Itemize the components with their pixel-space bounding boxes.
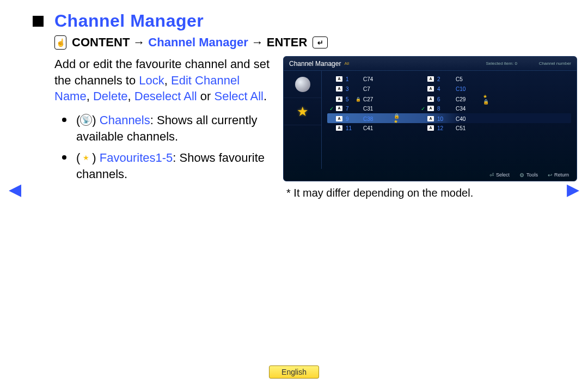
footer-return[interactable]: ↩Return [548, 172, 569, 178]
select-icon: ⏎ [489, 172, 494, 178]
channel-num: 9 [344, 116, 356, 122]
description: Add or edit the favourite channel and se… [54, 56, 272, 105]
channel-name: C34 [456, 106, 483, 112]
a-badge: A [336, 86, 342, 92]
language-badge: English [269, 365, 319, 379]
tv-header: Channel Manager All Selected item: 0 Cha… [284, 57, 577, 71]
row-star-icon: ★🔒 [483, 94, 492, 105]
a-badge: A [427, 116, 434, 121]
channel-name: C5 [456, 76, 483, 82]
a-badge: A [427, 125, 434, 131]
selected-count: Selected item: 0 [486, 61, 517, 66]
channel-name: C74 [363, 76, 394, 82]
channel-name: C10 [456, 86, 483, 92]
channel-row[interactable]: A5🔒C27A6C29★🔒 [327, 94, 571, 103]
model-note: * It may differ depending on the model. [286, 187, 577, 199]
channel-num: 5 [344, 96, 356, 102]
row-star-icon: 🔒★ [394, 113, 402, 124]
channel-name: C29 [456, 96, 483, 102]
breadcrumb-enter: ENTER [267, 35, 308, 50]
nav-prev[interactable]: ◀ [9, 180, 21, 199]
a-badge: A [336, 76, 342, 82]
channel-name: C40 [456, 116, 483, 122]
channel-num: 4 [435, 86, 448, 92]
return-icon: ↩ [548, 172, 552, 178]
a-badge: A [427, 86, 434, 92]
hand-icon: ☝ [54, 35, 66, 50]
a-badge: A [336, 106, 342, 111]
dish-icon [295, 77, 310, 92]
sidebar-channels[interactable] [284, 71, 321, 98]
nav-next[interactable]: ▶ [567, 180, 579, 199]
a-badge: A [336, 125, 342, 131]
channel-num: 12 [435, 125, 448, 131]
channel-name: C41 [363, 125, 394, 131]
page-title: Channel Manager [54, 11, 204, 31]
tools-icon: ⚙ [519, 172, 524, 178]
channel-num: 10 [435, 116, 448, 122]
channel-num: 3 [344, 86, 356, 92]
check-icon: ✓ [327, 106, 336, 112]
section-bullet [33, 16, 44, 27]
channel-num: 7 [344, 106, 356, 112]
channel-number-label: Channel number [539, 61, 571, 66]
footer-select[interactable]: ⏎Select [489, 172, 510, 178]
breadcrumb-content: CONTENT [72, 35, 130, 50]
a-badge: A [336, 116, 342, 121]
dish-small-icon: 📡 [80, 114, 92, 126]
bullet-channels: (📡) Channels: Shows all currently availa… [54, 112, 272, 144]
channel-row[interactable]: A3C7A4C10 [327, 84, 571, 94]
lock-icon: 🔒 [356, 97, 363, 102]
channel-row[interactable]: A1C74A2C5 [327, 74, 571, 84]
a-badge: A [336, 96, 342, 102]
check-icon: ✓ [419, 106, 427, 112]
channel-grid: A1C74A2C5A3C7A4C10A5🔒C27A6C29★🔒✓A7C31✓A8… [322, 71, 577, 169]
channel-num: 1 [344, 76, 356, 82]
channel-name: C51 [456, 125, 483, 131]
channel-name: C38 [363, 116, 394, 122]
channel-name: C31 [363, 106, 394, 112]
sidebar-favourites[interactable]: ★ [284, 98, 321, 125]
channel-num: 6 [435, 96, 448, 102]
a-badge: A [427, 96, 434, 102]
channel-num: 2 [435, 76, 448, 82]
star-icon: ★ [297, 104, 309, 119]
channel-row[interactable]: A11C41A12C51 [327, 123, 571, 133]
enter-icon: ↵ [313, 36, 328, 48]
channel-row[interactable]: A9C38🔒★A10C40 [327, 113, 571, 123]
channel-manager-widget: Channel Manager All Selected item: 0 Cha… [283, 56, 577, 181]
breadcrumb-mid: Channel Manager [148, 35, 248, 50]
channel-row[interactable]: ✓A7C31✓A8C34 [327, 103, 571, 113]
breadcrumb: ☝ CONTENT → Channel Manager → ENTER ↵ [54, 35, 555, 50]
footer-tools[interactable]: ⚙Tools [519, 172, 538, 178]
tv-footer: ⏎Select ⚙Tools ↩Return [284, 169, 577, 181]
channel-num: 8 [435, 106, 448, 112]
channel-num: 11 [344, 125, 356, 131]
channel-name: C27 [363, 96, 394, 102]
tv-sidebar: ★ [284, 71, 322, 169]
channel-name: C7 [363, 86, 394, 92]
bullet-favourites: (★) Favourites1-5: Shows favourite chann… [54, 150, 272, 182]
star-small-icon: ★ [80, 152, 92, 164]
a-badge: A [427, 76, 434, 82]
a-badge: A [427, 106, 434, 111]
